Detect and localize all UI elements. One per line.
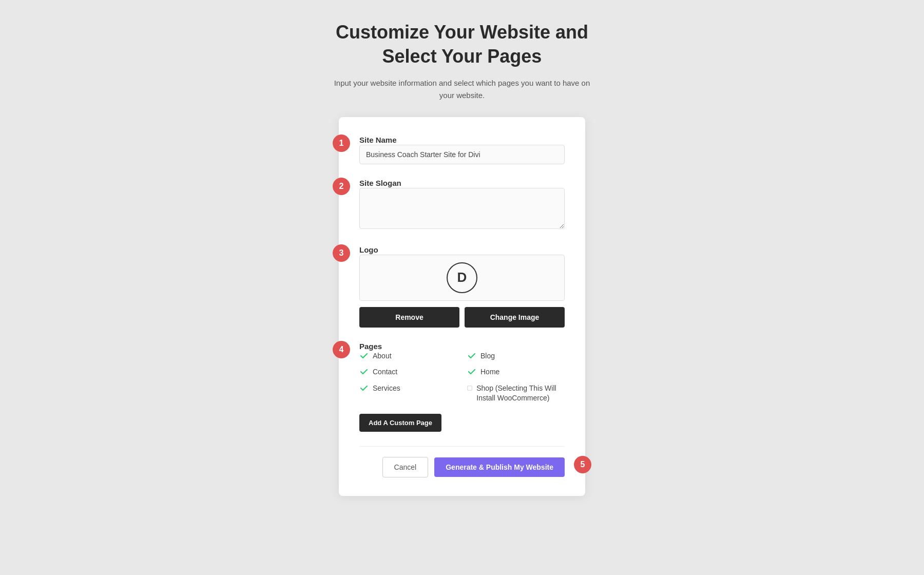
pages-label: Pages	[359, 342, 382, 351]
page-item-about[interactable]: About	[359, 351, 457, 361]
step-badge-1: 1	[333, 135, 350, 152]
logo-buttons: Remove Change Image	[359, 307, 565, 328]
form-footer: Cancel Generate & Publish My Website 5	[359, 446, 565, 477]
logo-icon: D	[447, 262, 477, 293]
page-label-blog: Blog	[480, 351, 495, 361]
change-image-button[interactable]: Change Image	[465, 307, 565, 328]
site-slogan-section: 2 Site Slogan	[359, 179, 565, 231]
step-badge-2: 2	[333, 178, 350, 195]
logo-letter: D	[457, 270, 467, 285]
page-label-services: Services	[373, 384, 400, 394]
page-item-shop[interactable]: Shop (Selecting This Will Install WooCom…	[467, 384, 565, 404]
pages-section: 4 Pages About Blog Co	[359, 342, 565, 432]
checkbox-contact-icon	[359, 367, 369, 376]
logo-label: Logo	[359, 245, 378, 254]
page-label-contact: Contact	[373, 367, 397, 377]
page-item-contact[interactable]: Contact	[359, 367, 457, 377]
publish-button[interactable]: Generate & Publish My Website	[434, 457, 565, 477]
step-badge-5: 5	[574, 456, 591, 473]
logo-section: 3 Logo D Remove Change Image	[359, 245, 565, 328]
site-slogan-label: Site Slogan	[359, 179, 401, 187]
page-subtitle: Input your website information and selec…	[334, 77, 590, 102]
checkbox-blog-icon	[467, 351, 476, 360]
page-item-services[interactable]: Services	[359, 384, 457, 404]
site-slogan-input[interactable]	[359, 188, 565, 229]
site-name-section: 1 Site Name	[359, 136, 565, 164]
page-item-blog[interactable]: Blog	[467, 351, 565, 361]
page-title: Customize Your Website and Select Your P…	[334, 21, 590, 69]
page-label-home: Home	[480, 367, 499, 377]
step-badge-3: 3	[333, 244, 350, 262]
checkbox-services-icon	[359, 384, 369, 393]
step-badge-4: 4	[333, 341, 350, 358]
checkbox-shop-icon	[467, 384, 472, 393]
page-header: Customize Your Website and Select Your P…	[334, 21, 590, 102]
cancel-button[interactable]: Cancel	[382, 457, 429, 477]
svg-rect-0	[468, 386, 472, 391]
page-label-about: About	[373, 351, 392, 361]
remove-logo-button[interactable]: Remove	[359, 307, 459, 328]
pages-grid: About Blog Contact Home	[359, 351, 565, 404]
form-card: 1 Site Name 2 Site Slogan 3 Logo D Remov…	[339, 117, 585, 496]
checkbox-about-icon	[359, 351, 369, 360]
site-name-label: Site Name	[359, 136, 397, 144]
site-name-input[interactable]	[359, 145, 565, 164]
logo-preview: D	[359, 255, 565, 301]
page-item-home[interactable]: Home	[467, 367, 565, 377]
page-label-shop: Shop (Selecting This Will Install WooCom…	[476, 384, 565, 404]
add-custom-page-button[interactable]: Add A Custom Page	[359, 414, 441, 432]
checkbox-home-icon	[467, 367, 476, 376]
